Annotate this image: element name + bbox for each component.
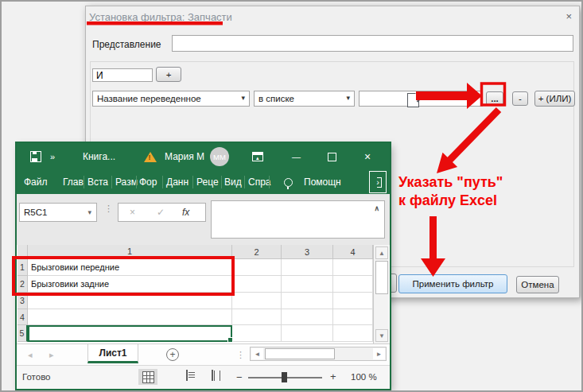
chevron-down-icon: ▾ <box>241 94 245 102</box>
zoom-slider-thumb[interactable] <box>282 372 287 382</box>
cell-r1c1[interactable]: Брызговики передние <box>28 259 232 276</box>
cell[interactable] <box>232 276 282 293</box>
cell[interactable] <box>282 259 333 276</box>
column-header-2[interactable]: 2 <box>232 245 282 259</box>
field-select[interactable]: Название переведенное ▾ <box>92 91 250 107</box>
formula-bar[interactable]: ∧ <box>211 200 385 239</box>
cell[interactable] <box>282 276 333 293</box>
cancel-entry-icon[interactable]: × <box>130 207 135 218</box>
condition-select[interactable]: в списке ▾ <box>254 91 355 107</box>
column-header-3[interactable]: 3 <box>282 245 333 259</box>
name-box[interactable]: R5C1 ▾ <box>19 203 97 222</box>
horizontal-scrollbar[interactable]: ◄ ► <box>250 347 387 361</box>
scroll-up-icon[interactable]: ▲ <box>375 246 388 259</box>
tab-home[interactable]: Глав <box>63 170 84 194</box>
window-close-button[interactable]: × <box>364 143 371 170</box>
cell[interactable] <box>333 309 373 325</box>
column-header-1[interactable]: 1 <box>28 245 232 259</box>
tab-insert[interactable]: Вста <box>87 170 108 194</box>
chevron-down-icon[interactable]: ▾ <box>87 208 91 216</box>
tab-layout[interactable]: Разм <box>115 170 138 194</box>
worksheet-grid: 1 2 3 4 1 2 3 4 5 Брызговики передние Бр… <box>17 245 390 343</box>
zoom-in-button[interactable]: + <box>330 371 336 382</box>
scroll-left-icon[interactable]: ◄ <box>251 348 263 359</box>
sheet-tab-bar: ◂ ▸ Лист1 + ⋮ ◄ ► <box>17 343 390 365</box>
warning-icon: ! <box>144 143 157 170</box>
cell[interactable] <box>232 259 282 276</box>
value-field[interactable] <box>359 91 483 107</box>
cell[interactable] <box>282 293 333 309</box>
status-bar: Готово <box>17 365 390 389</box>
column-header-4[interactable]: 4 <box>333 245 373 259</box>
collapse-formula-bar-icon[interactable]: ∧ <box>374 204 379 212</box>
cell[interactable] <box>232 325 282 342</box>
tab-formulas[interactable]: Фор <box>139 170 157 194</box>
ribbon-expand-button[interactable]: › <box>369 171 387 193</box>
maximize-button[interactable] <box>328 143 336 170</box>
representation-input[interactable] <box>172 35 573 52</box>
scroll-down-icon[interactable]: ▼ <box>375 329 388 342</box>
cell[interactable] <box>282 309 333 325</box>
operator-input[interactable] <box>92 68 153 82</box>
dialog-title: Установка фильтра: Запчасти <box>89 11 232 23</box>
scrollbar-thumb[interactable] <box>265 348 335 359</box>
cell[interactable] <box>333 325 373 342</box>
quick-access-more-icon[interactable]: » <box>50 143 54 170</box>
row-header-2[interactable]: 2 <box>17 276 28 293</box>
status-ready: Готово <box>22 372 51 382</box>
save-icon[interactable] <box>30 143 41 170</box>
add-sheet-icon[interactable]: + <box>166 348 179 361</box>
close-icon[interactable]: × <box>566 10 572 22</box>
row-header-3[interactable]: 3 <box>17 293 28 309</box>
cell-r3c1[interactable] <box>28 293 232 309</box>
user-name: Мария М <box>165 143 204 170</box>
add-condition-button[interactable]: + <box>156 67 181 82</box>
field-select-value: Название переведенное <box>97 94 201 103</box>
apply-filter-button[interactable]: Применить фильтр <box>398 274 507 293</box>
tab-help[interactable]: Спра <box>248 170 271 194</box>
cell[interactable] <box>282 325 333 342</box>
enter-entry-icon[interactable]: ✓ <box>157 207 165 218</box>
insert-function-icon[interactable]: fx <box>182 207 189 218</box>
cell-r2c1[interactable]: Брызговики задние <box>28 276 232 293</box>
view-page-break-button[interactable] <box>212 371 213 380</box>
sheet-nav-left-icon[interactable]: ◂ <box>28 350 33 360</box>
user-avatar[interactable]: ММ <box>210 147 229 166</box>
cell[interactable] <box>232 293 282 309</box>
select-all-corner[interactable] <box>17 245 28 259</box>
cell[interactable] <box>232 309 282 325</box>
cell[interactable] <box>333 276 373 293</box>
browse-file-button[interactable]: ... <box>486 91 503 106</box>
formula-buttons: × ✓ fx <box>118 203 206 222</box>
cell-r4c1[interactable] <box>28 309 232 325</box>
cell[interactable] <box>333 259 373 276</box>
tab-view[interactable]: Вид <box>224 170 242 194</box>
remove-condition-button[interactable]: - <box>512 91 528 106</box>
zoom-out-button[interactable]: − <box>236 371 243 383</box>
excel-titlebar: » Книга... ! Мария М ММ ▴ — × <box>17 143 390 170</box>
tab-assistant[interactable]: Помощн <box>304 170 341 194</box>
active-cell-selection <box>28 325 232 342</box>
cancel-button[interactable]: Отмена <box>516 276 559 293</box>
tab-data[interactable]: Данн <box>166 170 189 194</box>
page-layout-icon <box>186 370 188 381</box>
view-normal-button[interactable] <box>138 369 157 385</box>
tab-review[interactable]: Реце <box>196 170 219 194</box>
sheet-tab-list1[interactable]: Лист1 <box>87 344 138 363</box>
view-page-layout-button[interactable] <box>186 371 188 380</box>
name-box-value: R5C1 <box>24 208 47 217</box>
row-header-4[interactable]: 4 <box>17 309 28 325</box>
ribbon-tab-bar: Файл Глав Вста Разм Фор Данн Реце Вид Сп… <box>17 170 390 194</box>
vertical-scrollbar[interactable]: ▲ ▼ <box>373 245 389 343</box>
minimize-button[interactable]: — <box>292 143 301 170</box>
row-header-5[interactable]: 5 <box>17 325 28 342</box>
ribbon-display-options-icon[interactable]: ▴ <box>252 143 263 170</box>
tell-me-lightbulb-icon[interactable] <box>284 170 293 194</box>
cell[interactable] <box>333 293 373 309</box>
row-header-1[interactable]: 1 <box>17 259 28 276</box>
tab-file[interactable]: Файл <box>24 170 48 194</box>
scrollbar-thumb[interactable] <box>375 261 388 294</box>
sheet-nav-right-icon[interactable]: ▸ <box>49 350 54 360</box>
add-or-button[interactable]: + (ИЛИ) <box>534 91 575 107</box>
scroll-right-icon[interactable]: ► <box>373 348 385 359</box>
